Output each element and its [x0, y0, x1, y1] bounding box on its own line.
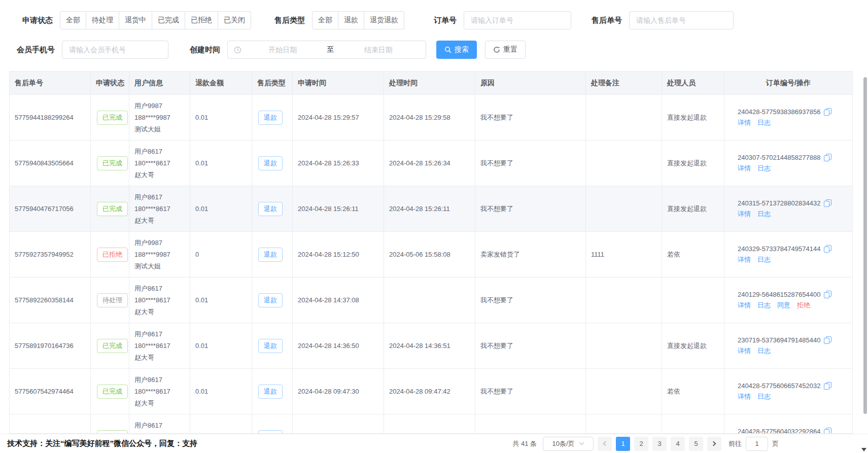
reason: 我不想要了 [475, 186, 586, 231]
apply-time: 2024-04-28 15:29:57 [293, 95, 384, 140]
reset-button-label: 重置 [503, 45, 517, 54]
table-row: 5775892260358144 待处理 用户8617180****8617赵大… [10, 277, 852, 323]
status-option-退货中[interactable]: 退货中 [119, 11, 152, 29]
status-tag: 已完成 [97, 111, 128, 125]
refund-amount: 0.01 [190, 323, 252, 368]
status-cell: 待处理 [91, 277, 129, 323]
type-option-退款[interactable]: 退款 [338, 11, 364, 29]
action-link-同意[interactable]: 同意 [777, 301, 790, 310]
action-link-详情[interactable]: 详情 [738, 210, 751, 219]
action-link-拒绝[interactable]: 拒绝 [797, 301, 810, 310]
status-tag: 已完成 [97, 385, 128, 399]
type-option-全部[interactable]: 全部 [312, 11, 338, 29]
status-option-已拒绝[interactable]: 已拒绝 [185, 11, 218, 29]
start-date-input[interactable] [241, 42, 324, 58]
status-option-已完成[interactable]: 已完成 [152, 11, 185, 29]
order-no-input[interactable] [464, 11, 571, 29]
remark [586, 95, 662, 140]
scrollbar-down-arrow-icon[interactable] [861, 448, 866, 451]
status-option-全部[interactable]: 全部 [60, 11, 86, 29]
handle-time: 2024-05-06 15:58:08 [384, 232, 475, 277]
reset-button[interactable]: 重置 [485, 41, 526, 59]
search-button-label: 搜索 [455, 45, 469, 54]
handler: 若依 [667, 386, 707, 397]
page-button-3[interactable]: 3 [652, 437, 667, 451]
copy-icon[interactable] [824, 245, 831, 253]
copy-icon[interactable] [824, 428, 831, 434]
action-link-日志[interactable]: 日志 [757, 118, 771, 127]
vertical-scrollbar-thumb[interactable] [863, 77, 867, 414]
apply-time: 2024-04-28 14:37:08 [293, 277, 384, 323]
type-option-退货退款[interactable]: 退货退款 [364, 11, 404, 29]
filter-row-2: 会员手机号 创建时间 至 搜索 [17, 41, 526, 59]
remark [586, 414, 662, 434]
next-page-button[interactable] [707, 437, 721, 451]
column-header-6: 处理时间 [384, 72, 475, 94]
action-link-日志[interactable]: 日志 [757, 210, 771, 219]
action-link-日志[interactable]: 日志 [757, 346, 771, 356]
action-link-日志[interactable]: 日志 [757, 255, 771, 264]
action-link-详情[interactable]: 详情 [738, 301, 751, 310]
type-cell: 退款 [252, 369, 293, 414]
handler: 直接发起退款 [667, 203, 707, 215]
action-link-详情[interactable]: 详情 [738, 392, 751, 401]
column-header-7: 原因 [475, 72, 586, 94]
action-link-日志[interactable]: 日志 [757, 392, 771, 401]
order-ops-cell: 240428-5775606657452032 详情日志 [724, 369, 852, 414]
type-cell: 退款 [252, 95, 293, 140]
remark [586, 141, 662, 186]
phone-label: 会员手机号 [17, 45, 55, 55]
order-ops-cell: 230719-5373694791485440 详情日志 [724, 323, 852, 368]
action-link-详情[interactable]: 详情 [738, 118, 751, 127]
page-button-5[interactable]: 5 [689, 437, 703, 451]
action-link-日志[interactable]: 日志 [757, 301, 771, 310]
reason: 我不想要了 [475, 369, 586, 414]
page-unit-label: 页 [772, 439, 779, 448]
action-link-详情[interactable]: 详情 [738, 164, 751, 173]
search-button[interactable]: 搜索 [436, 41, 477, 59]
copy-icon[interactable] [824, 291, 831, 298]
handler: 直接发起退款 [667, 158, 707, 169]
goto-page-input[interactable] [746, 437, 768, 451]
reason: 我不想要了 [475, 141, 586, 186]
status-option-已关闭[interactable]: 已关闭 [218, 11, 251, 29]
copy-icon[interactable] [824, 108, 831, 116]
refund-amount: 0.01 [190, 277, 252, 323]
table-row: 已完成 用户8617180****8617赵大哥 退款 直接发起退款 24042… [10, 414, 852, 434]
user-info: 用户9987188****9987测试大姐 [129, 95, 190, 140]
column-header-5: 申请时间 [293, 72, 384, 94]
page-button-2[interactable]: 2 [634, 437, 648, 451]
phone-input[interactable] [62, 41, 168, 59]
prev-page-button[interactable] [598, 437, 612, 451]
user-info: 用户8617180****8617赵大哥 [129, 369, 190, 414]
order-line: 240428-5775604032292864 [738, 428, 831, 434]
handle-time: 2024-04-28 15:26:34 [384, 141, 475, 186]
status-option-待处理[interactable]: 待处理 [86, 11, 119, 29]
handler-cell: 直接发起退款 [662, 323, 724, 368]
action-link-日志[interactable]: 日志 [757, 164, 771, 173]
order-number: 230719-5373694791485440 [738, 336, 820, 344]
handle-time: 2024-04-28 14:36:51 [384, 323, 475, 368]
copy-icon[interactable] [824, 382, 831, 390]
copy-icon[interactable] [824, 199, 831, 207]
action-link-详情[interactable]: 详情 [738, 255, 751, 264]
page-size-select[interactable]: 10条/页 [543, 437, 594, 451]
column-header-0: 售后单号 [10, 72, 91, 94]
end-date-input[interactable] [337, 42, 420, 58]
reason: 卖家发错货了 [475, 232, 586, 277]
action-link-详情[interactable]: 详情 [738, 346, 751, 356]
user-info: 用户9987188****9987测试大姐 [129, 232, 190, 277]
aftersale-no-input[interactable] [629, 11, 734, 29]
type-tag: 退款 [258, 111, 283, 125]
page-button-1[interactable]: 1 [616, 437, 630, 451]
order-line: 230719-5373694791485440 [738, 336, 831, 344]
copy-icon[interactable] [824, 336, 831, 344]
reason: 我不想要了 [475, 277, 586, 323]
date-range-picker[interactable]: 至 [227, 41, 426, 59]
page-button-4[interactable]: 4 [671, 437, 685, 451]
copy-icon[interactable] [824, 154, 831, 161]
status-cell: 已完成 [91, 141, 129, 186]
row-actions: 详情日志 [738, 392, 771, 401]
type-cell: 退款 [252, 277, 293, 323]
refund-amount: 0 [190, 232, 252, 277]
